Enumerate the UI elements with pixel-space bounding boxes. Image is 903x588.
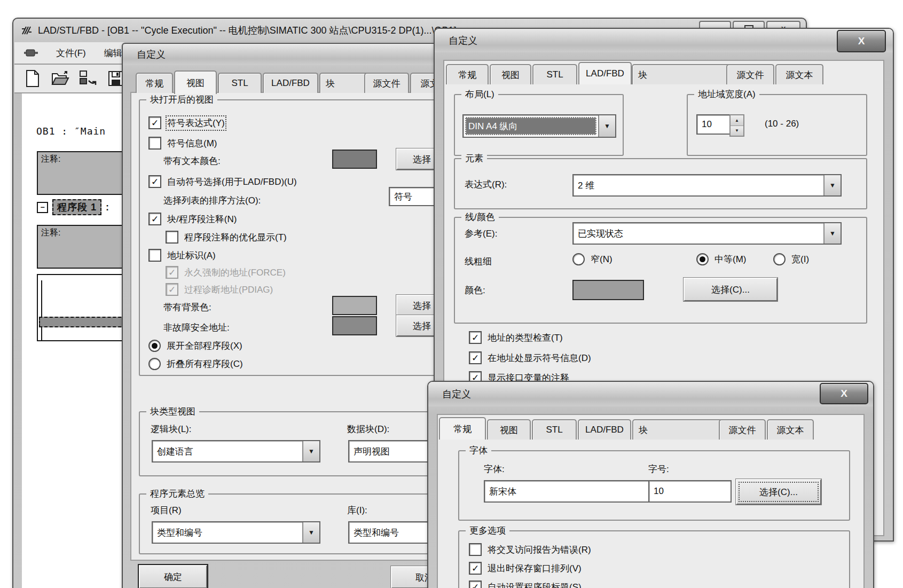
chevron-down-icon[interactable]: ▼ <box>823 175 841 195</box>
checkbox-unchecked-icon <box>148 137 161 150</box>
group-program-elements-label: 程序元素总览 <box>146 488 208 500</box>
group-more-options-label: 更多选项 <box>466 524 509 537</box>
expression-label: 表达式(R): <box>465 178 507 191</box>
checkbox-symbol-information[interactable]: 符号信息(M) <box>148 137 217 150</box>
checkbox-symbolic-representation[interactable]: ✓ 符号表达式(Y) <box>148 116 225 129</box>
data-block-combo[interactable]: 声明视图 <box>348 440 439 462</box>
logic-block-combo[interactable]: 创建语言 ▼ <box>152 440 320 462</box>
checkbox-checked-icon: ✓ <box>469 562 482 575</box>
checkbox-report-cross-access[interactable]: 将交叉访问报告为错误(R) <box>469 543 591 556</box>
dialog-ladfbd-titlebar[interactable]: 自定义 <box>435 29 893 52</box>
background-color-select-button[interactable]: 选择 <box>396 295 439 316</box>
radio-expand-all-networks[interactable]: 展开全部程序段(X) <box>148 340 242 352</box>
radio-line-medium[interactable]: 中等(M) <box>696 253 746 265</box>
tab-general[interactable]: 常规 <box>439 417 486 440</box>
text-color-select-button[interactable]: 选择 <box>396 148 439 170</box>
checkbox-optimized-comment-display[interactable]: 程序段注释的优化显示(T) <box>166 231 287 244</box>
open-online-button[interactable] <box>78 68 98 89</box>
dialog-view-titlebar[interactable]: 自定义 <box>123 44 438 65</box>
checkbox-type-check[interactable]: ✓ 地址的类型检查(T) <box>469 331 563 344</box>
reference-label: 参考(E): <box>465 228 497 240</box>
ok-button[interactable]: 确定 <box>139 565 207 588</box>
tab-stl[interactable]: STL <box>532 64 577 84</box>
checkbox-checked-icon: ✓ <box>148 175 161 188</box>
menu-edit[interactable]: 编辑 <box>104 47 122 59</box>
chevron-down-icon[interactable]: ▼ <box>302 522 319 543</box>
network-comment-box[interactable]: 注释: <box>37 225 135 269</box>
library-label: 库(I): <box>347 504 367 516</box>
tab-source-file[interactable]: 源文件 <box>364 73 409 93</box>
tab-stl[interactable]: STL <box>218 73 262 93</box>
tab-source-text[interactable]: 源文本 <box>767 419 814 440</box>
expression-combo[interactable]: 2 维 ▼ <box>572 174 842 197</box>
spin-down-icon[interactable]: ▼ <box>731 126 743 136</box>
font-name-field[interactable]: 新宋体 <box>484 480 650 503</box>
network-title[interactable]: 程序段 1 <box>52 199 101 215</box>
block-comment-box[interactable]: 注释: <box>37 151 135 195</box>
network-canvas[interactable] <box>37 274 129 341</box>
tab-block[interactable]: 块 <box>632 419 723 440</box>
checkbox-forced-addresses: ✓ 永久强制的地址(FORCE) <box>166 266 286 279</box>
checkbox-checked-disabled-icon: ✓ <box>166 266 178 279</box>
library-combo[interactable]: 类型和编号 <box>348 521 439 544</box>
background-color-label: 带有背景色: <box>163 301 211 313</box>
radio-collapse-all-networks[interactable]: 折叠所有程序段(C) <box>148 358 243 370</box>
sort-method-label: 选择列表的排序方法(O): <box>163 194 261 207</box>
network-header: − 程序段 1 : <box>37 199 109 215</box>
tab-block[interactable]: 块 <box>632 64 731 84</box>
selected-element-bar[interactable] <box>39 317 127 327</box>
open-file-button[interactable] <box>51 68 70 89</box>
failsafe-color-select-button[interactable]: 选择 <box>396 315 439 336</box>
checkbox-auto-network-title[interactable]: ✓ 自动设置程序段标题(S) <box>469 581 582 588</box>
collapse-network-icon[interactable]: − <box>37 202 48 213</box>
line-color-select-button[interactable]: 选择(C)... <box>684 278 778 301</box>
sort-method-field[interactable]: 符号 <box>389 187 439 206</box>
dialog-ladfbd-close-button[interactable]: X <box>837 30 886 52</box>
tab-source-file[interactable]: 源文件 <box>726 64 774 84</box>
radio-line-narrow[interactable]: 窄(N) <box>572 253 613 265</box>
spin-up-icon[interactable]: ▲ <box>731 115 743 126</box>
checkbox-symbol-info-at-address[interactable]: ✓ 在地址处显示符号信息(D) <box>469 351 591 364</box>
menu-file[interactable]: 文件(F) <box>56 47 86 59</box>
text-color-label: 带有文本颜色: <box>163 155 221 167</box>
reference-combo[interactable]: 已实现状态 ▼ <box>572 222 842 245</box>
font-size-field[interactable]: 10 <box>648 480 732 503</box>
new-file-button[interactable] <box>23 68 42 89</box>
text-color-swatch <box>332 150 377 169</box>
checkbox-address-identification[interactable]: 地址标识(A) <box>148 249 216 262</box>
new-file-icon <box>25 69 40 88</box>
tab-view[interactable]: 视图 <box>487 419 531 440</box>
tab-source-file[interactable]: 源文件 <box>719 419 766 440</box>
tab-ladfbd[interactable]: LAD/FBD <box>263 73 318 93</box>
font-select-button[interactable]: 选择(C)... <box>736 479 821 505</box>
screen: LAD/STL/FBD - [OB1 -- "Cycle Execution" … <box>0 0 903 588</box>
dialog-general-close-button[interactable]: X <box>820 383 868 404</box>
chevron-down-icon[interactable]: ▼ <box>823 223 841 244</box>
tab-ladfbd[interactable]: LAD/FBD <box>578 62 632 84</box>
checkbox-pdiag-addresses: ✓ 过程诊断地址(PDIAG) <box>166 283 273 296</box>
chevron-down-icon[interactable]: ▼ <box>598 115 615 137</box>
tab-general[interactable]: 常规 <box>446 64 489 84</box>
chevron-down-icon[interactable]: ▼ <box>302 441 319 461</box>
tab-view[interactable]: 视图 <box>174 70 217 94</box>
address-width-stepper[interactable]: ▲ ▼ <box>729 114 744 137</box>
tab-stl[interactable]: STL <box>532 419 577 440</box>
project-combo[interactable]: 类型和编号 ▼ <box>152 521 320 544</box>
block-title: OB1 : ″Main <box>36 126 106 137</box>
radio-line-wide[interactable]: 宽(I) <box>773 253 809 265</box>
checkbox-save-window-arrangement[interactable]: ✓ 退出时保存窗口排列(V) <box>469 562 582 575</box>
child-window-icon[interactable] <box>24 48 38 58</box>
radio-unselected-icon <box>572 253 585 265</box>
tab-source-text[interactable]: 源文本 <box>775 64 823 84</box>
tab-general[interactable]: 常规 <box>136 73 173 93</box>
tab-block[interactable]: 块 <box>319 73 368 93</box>
checkbox-block-network-comment[interactable]: ✓ 块/程序段注释(N) <box>148 213 237 225</box>
dialog-general-titlebar[interactable]: 自定义 <box>428 382 873 406</box>
radio-selected-icon <box>148 340 161 352</box>
window-title: LAD/STL/FBD - [OB1 -- "Cycle Execution" … <box>38 24 457 37</box>
layout-combo[interactable]: DIN A4 纵向 ▼ <box>462 114 616 138</box>
tab-ladfbd[interactable]: LAD/FBD <box>578 419 631 440</box>
checkbox-auto-symbol-selection[interactable]: ✓ 自动符号选择(用于LAD/FBD)(U) <box>148 175 297 188</box>
checkbox-checked-icon: ✓ <box>148 116 161 129</box>
tab-view[interactable]: 视图 <box>490 64 531 84</box>
